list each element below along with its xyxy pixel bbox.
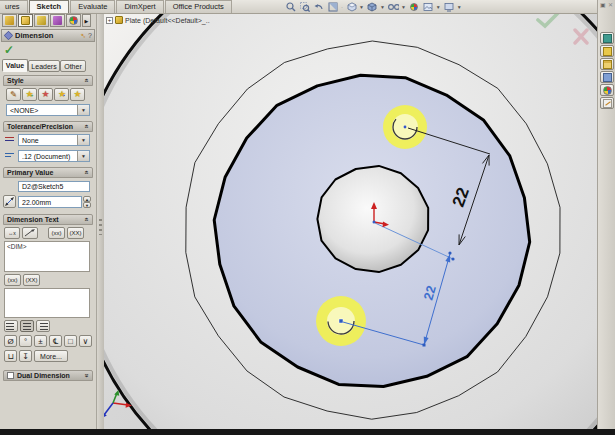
view-palette-icon[interactable] xyxy=(600,71,614,83)
dimension-text-group-header[interactable]: Dimension Text « xyxy=(3,214,93,225)
text-position-button[interactable]: ↔x xyxy=(4,227,20,239)
check-symbol-button[interactable]: ∨ xyxy=(79,335,92,347)
featuremanager-tab[interactable] xyxy=(2,14,17,27)
dual-dimension-header[interactable]: Dual Dimension « xyxy=(3,370,93,381)
counterbore-symbol-button[interactable]: ⊔ xyxy=(4,350,17,362)
tree-expand-icon[interactable]: + xyxy=(106,17,113,24)
task-pane-pin-icon[interactable]: ▣ xyxy=(600,1,606,8)
edit-appearance-icon[interactable] xyxy=(409,2,420,12)
justify-left-button[interactable] xyxy=(4,320,18,332)
tab-other[interactable]: Other xyxy=(60,60,86,72)
hide-show-dropdown-icon[interactable]: ▼ xyxy=(401,4,406,10)
display-style-icon[interactable] xyxy=(367,2,378,12)
precision-dropdown[interactable]: .12 (Document) ▼ xyxy=(18,150,90,162)
dropdown-arrow-icon[interactable]: ▼ xyxy=(77,135,89,145)
tolerance-group-header[interactable]: Tolerance/Precision « xyxy=(3,121,93,132)
feature-tree-flyout[interactable]: + Plate (Default<<Default>_.. xyxy=(106,16,210,24)
collapse-icon[interactable]: « xyxy=(84,171,91,175)
plus-minus-symbol-button[interactable]: ± xyxy=(34,335,47,347)
tab-features[interactable]: ures xyxy=(0,0,28,13)
hole-top-right[interactable] xyxy=(383,105,427,149)
dropdown-arrow-icon[interactable]: ▼ xyxy=(77,105,89,115)
add-favorite-button[interactable]: ★+ xyxy=(22,88,37,101)
degree-symbol-button[interactable]: ° xyxy=(19,335,32,347)
paren-upper-button-2[interactable]: (XX) xyxy=(23,274,40,286)
dimension-value-field[interactable]: 22.00mm xyxy=(18,196,82,208)
apply-scene-dropdown-icon[interactable]: ▼ xyxy=(436,4,441,10)
leader-style-button[interactable] xyxy=(22,227,38,239)
ok-button[interactable]: ✓ xyxy=(4,43,14,57)
apply-scene-icon[interactable] xyxy=(423,2,434,12)
more-symbols-button[interactable]: More... xyxy=(34,350,68,362)
paren-lower-button[interactable]: (xx) xyxy=(48,227,65,239)
no-favorite-button[interactable]: ✎ xyxy=(6,88,21,101)
save-favorite-button[interactable]: ★▪ xyxy=(54,88,69,101)
centerline-symbol-button[interactable]: ℄ xyxy=(49,335,62,347)
tab-office-products[interactable]: Office Products xyxy=(165,0,232,13)
dimension-name-field[interactable]: D2@Sketch5 xyxy=(18,181,90,192)
justify-right-button[interactable] xyxy=(36,320,50,332)
view-orientation-icon[interactable] xyxy=(346,2,357,12)
collapse-icon[interactable]: « xyxy=(84,218,91,222)
dimension-text-header-label: Dimension Text xyxy=(7,216,85,223)
view-settings-icon[interactable] xyxy=(444,2,455,12)
depth-symbol-button[interactable]: ↧ xyxy=(19,350,32,362)
tab-dimxpert[interactable]: DimXpert xyxy=(116,0,163,13)
delete-favorite-button[interactable]: ★ xyxy=(38,88,53,101)
previous-view-icon[interactable] xyxy=(313,2,324,12)
diameter-symbol-button[interactable]: Ø xyxy=(4,335,17,347)
dimxpertmanager-tab[interactable] xyxy=(50,14,65,27)
appearances-icon[interactable] xyxy=(600,84,614,96)
view-settings-dropdown-icon[interactable]: ▼ xyxy=(457,4,462,10)
dual-dimension-checkbox[interactable] xyxy=(7,372,14,379)
square-symbol-button[interactable]: □ xyxy=(64,335,77,347)
zoom-to-fit-icon[interactable] xyxy=(285,2,296,12)
configurationmanager-tab[interactable] xyxy=(34,14,49,27)
primary-value-group-header[interactable]: Primary Value « xyxy=(3,167,93,178)
dimension-text-area-2[interactable] xyxy=(4,288,90,318)
spinner-down-icon[interactable]: ▼ xyxy=(83,202,91,208)
collapse-icon[interactable]: « xyxy=(84,125,91,129)
dropdown-arrow-icon[interactable]: ▼ xyxy=(77,151,89,161)
tab-evaluate[interactable]: Evaluate xyxy=(70,0,115,13)
style-selected-value: <NONE> xyxy=(10,107,38,114)
load-favorite-button[interactable]: ★ xyxy=(70,88,85,101)
graphics-viewport[interactable]: 22 22 xyxy=(103,13,597,429)
justify-center-button[interactable] xyxy=(20,320,34,332)
displaymanager-tab[interactable] xyxy=(66,14,81,27)
help-icon[interactable]: ? xyxy=(88,32,92,39)
toolbar-separator: · xyxy=(341,4,343,10)
propertymanager-tab[interactable] xyxy=(18,14,33,27)
dimension-text-area[interactable]: <DIM> xyxy=(4,241,90,272)
paren-lower-button-2[interactable]: (xx) xyxy=(4,274,21,286)
task-pane-close-icon[interactable]: ✕ xyxy=(608,1,613,8)
display-style-dropdown-icon[interactable]: ▼ xyxy=(380,4,385,10)
solidworks-resources-icon[interactable] xyxy=(600,32,614,44)
tab-value[interactable]: Value xyxy=(2,59,28,72)
propertymanager-title: Dimension xyxy=(15,31,80,40)
center-hole[interactable] xyxy=(317,166,428,272)
pin-icon[interactable]: ➴ xyxy=(80,32,86,40)
part-name[interactable]: Plate (Default<<Default>_.. xyxy=(125,17,210,24)
zoom-to-area-icon[interactable] xyxy=(299,2,310,12)
custom-properties-icon[interactable] xyxy=(600,97,614,109)
view-orientation-dropdown-icon[interactable]: ▼ xyxy=(359,4,364,10)
paren-upper-button[interactable]: (XX) xyxy=(67,227,84,239)
hide-show-items-icon[interactable] xyxy=(388,2,399,12)
manager-tab-scroll-icon[interactable]: ▶ xyxy=(82,14,91,27)
dimension-name-value: D2@Sketch5 xyxy=(22,183,63,190)
design-library-icon[interactable] xyxy=(600,45,614,57)
panel-splitter[interactable] xyxy=(96,14,104,429)
tab-leaders[interactable]: Leaders xyxy=(28,60,60,72)
tolerance-type-dropdown[interactable]: None ▼ xyxy=(18,134,90,146)
hole-bottom-left[interactable] xyxy=(316,296,366,346)
primary-value-header-label: Primary Value xyxy=(7,169,85,176)
tab-sketch[interactable]: Sketch xyxy=(29,0,70,13)
section-view-icon[interactable] xyxy=(327,2,338,12)
style-group-header[interactable]: Style « xyxy=(3,75,93,86)
expand-icon[interactable]: « xyxy=(84,374,91,378)
construction-endpoint[interactable] xyxy=(451,257,454,260)
style-dropdown[interactable]: <NONE> ▼ xyxy=(6,104,90,116)
collapse-icon[interactable]: « xyxy=(84,79,91,83)
file-explorer-icon[interactable] xyxy=(600,58,614,70)
